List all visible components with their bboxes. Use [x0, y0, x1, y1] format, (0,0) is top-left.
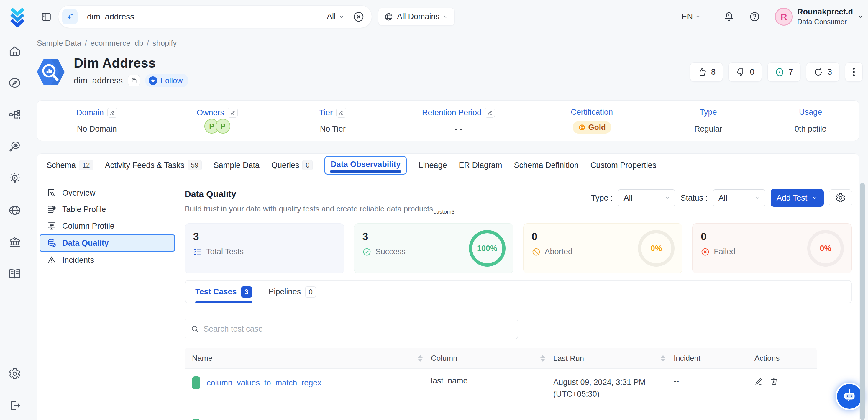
tab-sample-data[interactable]: Sample Data — [214, 161, 259, 170]
submenu-incidents[interactable]: Incidents — [39, 252, 175, 268]
submenu-overview[interactable]: Overview — [39, 185, 175, 201]
info-retention-period: Retention Period - - — [388, 107, 529, 135]
tab-schema-definition[interactable]: Schema Definition — [514, 161, 579, 170]
home-icon[interactable] — [8, 44, 21, 58]
notifications-bell-icon[interactable] — [723, 11, 734, 22]
more-options-button[interactable] — [845, 62, 863, 82]
sort-icon[interactable] — [661, 355, 665, 362]
pipelines-count-badge: 0 — [305, 287, 316, 298]
help-icon[interactable] — [749, 11, 760, 22]
edit-icon[interactable] — [485, 108, 495, 118]
medal-icon — [578, 124, 586, 131]
user-name: Rounakpreet.d — [797, 7, 853, 17]
chevron-down-icon — [811, 195, 818, 201]
vertical-scrollbar[interactable] — [860, 183, 865, 420]
search-scope-dropdown[interactable]: All — [327, 12, 344, 21]
domains-globe-icon[interactable] — [8, 204, 21, 217]
tab-er-diagram[interactable]: ER Diagram — [459, 161, 502, 170]
submenu-data-quality[interactable]: Data Quality — [39, 235, 175, 251]
breadcrumb-item[interactable]: Sample Data — [37, 39, 81, 48]
edit-test-icon[interactable] — [754, 377, 763, 386]
success-tests-card: 3 Success 100% — [354, 223, 514, 273]
glossary-book-icon[interactable] — [8, 268, 21, 280]
search-clear-icon[interactable] — [353, 11, 365, 23]
test-case-tabs: Test Cases 3 Pipelines 0 — [185, 280, 852, 303]
edit-icon[interactable] — [107, 108, 117, 118]
top-bar: dim_address All All Domains EN — [0, 0, 868, 33]
app-root: dim_address All All Domains EN — [0, 0, 868, 420]
entity-tabs: Schema12 Activity Feeds & Tasks59 Sample… — [37, 154, 859, 177]
tab-schema[interactable]: Schema12 — [46, 160, 93, 171]
user-menu-chevron-icon[interactable] — [858, 14, 863, 20]
status-filter-select[interactable]: All — [713, 189, 765, 206]
failed-percentage-ring: 0% — [807, 230, 844, 267]
tab-test-cases[interactable]: Test Cases 3 — [195, 281, 252, 303]
test-case-table: Name Column Last Run Incident Actions co… — [185, 348, 817, 420]
edit-icon[interactable] — [228, 108, 238, 118]
page-title: Dim Address — [74, 55, 188, 71]
global-search-bar[interactable]: dim_address All — [58, 5, 372, 28]
upvote-button[interactable]: 8 — [690, 62, 723, 82]
user-avatar[interactable]: R — [775, 8, 793, 26]
entity-stat-buttons: 8 0 7 3 — [690, 62, 863, 82]
settings-gear-icon[interactable] — [8, 367, 21, 380]
failed-x-icon — [701, 247, 710, 256]
chevron-down-icon — [695, 14, 701, 19]
user-role: Data Consumer — [797, 18, 853, 26]
tab-custom-properties[interactable]: Custom Properties — [590, 161, 656, 170]
observability-icon[interactable] — [8, 140, 21, 153]
search-input[interactable]: dim_address — [87, 12, 327, 22]
test-settings-gear-icon[interactable] — [829, 189, 852, 206]
explore-compass-icon[interactable] — [8, 77, 21, 89]
lineage-icon[interactable] — [8, 108, 21, 121]
copy-icon[interactable] — [128, 74, 140, 86]
versions-button[interactable]: 3 — [806, 62, 839, 82]
insights-bulb-icon[interactable] — [8, 172, 21, 185]
owner-avatars[interactable]: P P — [205, 119, 230, 133]
chatbot-button[interactable] — [836, 383, 863, 410]
app-logo-icon[interactable] — [8, 7, 27, 27]
test-case-search[interactable] — [185, 319, 518, 339]
submenu-table-profile[interactable]: Table Profile — [39, 202, 175, 217]
certification-badge: Gold — [573, 121, 611, 133]
test-summary-cards: 3 Total Tests 3 Success 100% — [185, 223, 852, 273]
tab-queries[interactable]: Queries0 — [271, 160, 313, 171]
section-title: Data Quality — [185, 189, 236, 199]
table-row: column_values_to_match_regex last_name A… — [185, 369, 817, 412]
logout-icon[interactable] — [8, 399, 21, 412]
domain-selector-button[interactable]: All Domains — [378, 8, 455, 26]
edit-icon[interactable] — [336, 108, 346, 118]
sort-icon[interactable] — [418, 355, 423, 362]
user-info[interactable]: Rounakpreet.d Data Consumer — [797, 7, 853, 26]
sidebar-toggle-icon[interactable] — [41, 11, 52, 22]
views-button[interactable]: 7 — [768, 62, 801, 82]
type-filter-select[interactable]: All — [618, 189, 675, 206]
sort-icon[interactable] — [540, 355, 545, 362]
tab-activity-feeds[interactable]: Activity Feeds & Tasks59 — [105, 160, 202, 171]
downvote-button[interactable]: 0 — [728, 62, 762, 82]
observability-submenu: Overview Table Profile Column Profile Da… — [37, 177, 179, 420]
checklist-icon — [193, 247, 202, 256]
language-selector[interactable]: EN — [682, 12, 701, 21]
kebab-menu-icon — [853, 68, 855, 76]
follow-button[interactable]: ★ Follow — [145, 74, 188, 87]
bigquery-service-icon — [35, 57, 66, 87]
version-history-icon — [813, 67, 823, 77]
tab-data-observability[interactable]: Data Observability — [324, 156, 407, 175]
breadcrumb-item[interactable]: ecommerce_db — [91, 39, 143, 48]
governance-bank-icon[interactable] — [8, 236, 21, 249]
tab-lineage[interactable]: Lineage — [418, 161, 447, 170]
subtitle-suffix: custom3 — [434, 209, 455, 215]
aborted-slash-icon — [532, 247, 540, 256]
breadcrumb-item[interactable]: shopify — [153, 39, 177, 48]
delete-test-icon[interactable] — [770, 377, 778, 386]
overview-icon — [47, 188, 56, 198]
test-case-search-input[interactable] — [204, 324, 512, 334]
tab-pipelines[interactable]: Pipelines 0 — [269, 281, 316, 303]
add-test-button[interactable]: Add Test — [771, 189, 824, 207]
column-profile-icon — [47, 221, 56, 231]
submenu-column-profile[interactable]: Column Profile — [39, 218, 175, 234]
test-case-link[interactable]: column_values_to_match_regex — [207, 379, 321, 388]
table-row: table_column_count_between -- August 09,… — [185, 412, 817, 420]
success-percentage-ring: 100% — [469, 230, 505, 267]
